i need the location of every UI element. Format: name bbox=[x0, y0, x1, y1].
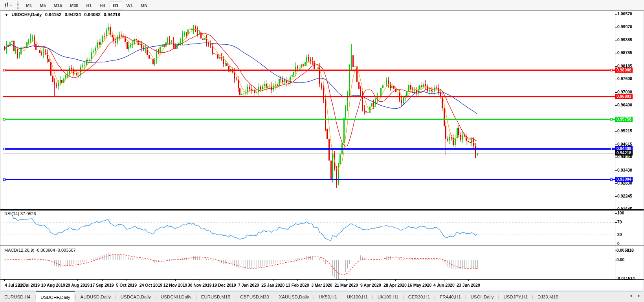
chart-tab-dj30-m15[interactable]: DJ30,M15 bbox=[533, 291, 562, 302]
symbol-title: USDCHF,Daily bbox=[11, 12, 42, 17]
chart-tab-eurusd-h4[interactable]: EURUSD,H4 bbox=[0, 291, 35, 302]
timeframe-button-m1[interactable]: M1 bbox=[22, 2, 35, 9]
chart-tab-xauusd-daily[interactable]: XAUUSD,Daily bbox=[275, 291, 314, 302]
macd-indicator-label: MACD(12,26,9) -0.003604 -0.003507 bbox=[4, 248, 76, 253]
chart-tab-eurusd-m15[interactable]: EURUSD,M15 bbox=[197, 291, 235, 302]
dropdown-caret-icon: ▾ bbox=[10, 4, 12, 7]
top-toolbar: ▾ M1M5M15M30H1H4D1W1MN bbox=[0, 0, 644, 11]
chart-tab-audusd-daily[interactable]: AUDUSD,Daily bbox=[76, 291, 115, 302]
chart-tab-usoil-daily[interactable]: USOil,Daily bbox=[466, 291, 498, 302]
timeframe-button-mn[interactable]: MN bbox=[137, 2, 151, 9]
symbol-dropdown-icon[interactable]: ▼ bbox=[5, 13, 8, 17]
chart-tab-usdchf-daily[interactable]: USDCHF,Daily bbox=[36, 291, 75, 302]
timeframe-button-w1[interactable]: W1 bbox=[123, 2, 137, 9]
ohlc-open: 0.94152 bbox=[45, 12, 62, 17]
chart-tab-uk100-h1[interactable]: UK100,H1 bbox=[373, 291, 403, 302]
chart-type-button[interactable]: ▾ bbox=[2, 2, 14, 9]
timeframe-button-m15[interactable]: M15 bbox=[50, 2, 66, 9]
candlestick-chart-icon bbox=[4, 2, 9, 8]
chart-tab-usdcnh-daily[interactable]: USDCNH,Daily bbox=[156, 291, 196, 302]
timeframe-button-m5[interactable]: M5 bbox=[36, 2, 49, 9]
tab-scroll-arrows: ◄ ► bbox=[629, 294, 641, 298]
toolbar-grip bbox=[17, 2, 19, 9]
tab-scroll-right-icon[interactable]: ► bbox=[637, 294, 641, 298]
chart-tab-hk50-h1[interactable]: HK50,H1 bbox=[314, 291, 341, 302]
chart-tab-fra40-h1[interactable]: FRA40,H1 bbox=[435, 291, 465, 302]
chart-tab-ger30-h1[interactable]: GER30,H1 bbox=[404, 291, 435, 302]
ohlc-close: 0.94218 bbox=[104, 12, 120, 17]
chart-header: ▼ USDCHF,Daily 0.94152 0.94234 0.94082 0… bbox=[5, 12, 122, 17]
chart-tab-usdcad-daily[interactable]: USDCAD,Daily bbox=[116, 291, 155, 302]
tab-scroll-left-icon[interactable]: ◄ bbox=[629, 294, 633, 298]
timeframe-button-m30[interactable]: M30 bbox=[66, 2, 82, 9]
timeframe-button-d1[interactable]: D1 bbox=[110, 2, 122, 9]
timeframe-buttons: M1M5M15M30H1H4D1W1MN bbox=[22, 2, 151, 9]
rsi-indicator-label: RSI(14) 37.0526 bbox=[4, 211, 36, 216]
chart-canvas[interactable] bbox=[0, 0, 644, 302]
chart-tab-uk100-h1[interactable]: UK100,H1 bbox=[343, 291, 372, 302]
chart-tab-gbpusd-m30[interactable]: GBPUSD,M30 bbox=[236, 291, 273, 302]
ohlc-low: 0.94082 bbox=[84, 12, 101, 17]
chart-tab-usdjpy-h1[interactable]: USDJPY,H1 bbox=[499, 291, 532, 302]
timeframe-button-h4[interactable]: H4 bbox=[96, 2, 108, 9]
ohlc-high: 0.94234 bbox=[64, 12, 81, 17]
chart-tabbar: EURUSD,H4|USDCHF,Daily|AUDUSD,Daily|USDC… bbox=[0, 291, 644, 302]
timeframe-button-h1[interactable]: H1 bbox=[83, 2, 95, 9]
